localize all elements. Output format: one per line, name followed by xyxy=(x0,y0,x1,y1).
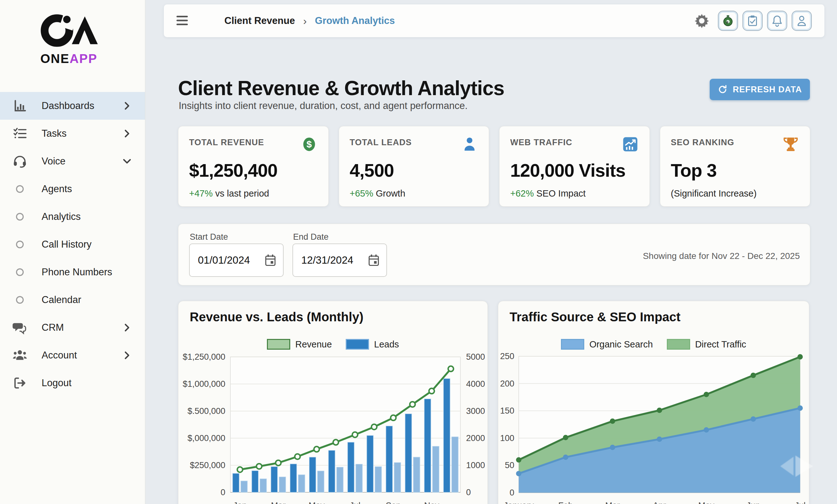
refresh-data-button[interactable]: REFRESH DATA xyxy=(710,79,810,100)
bar-leads-dec xyxy=(443,379,450,492)
sidebar-item-label: Call History xyxy=(41,239,91,250)
traffic-seo-chart-card: Traffic Source & SEO Impact Organic Sear… xyxy=(498,301,809,504)
svg-text:2000: 2000 xyxy=(466,433,485,443)
start-date-input[interactable] xyxy=(197,244,262,276)
sidebar-item-label: Dashboards xyxy=(41,100,94,111)
logout-icon xyxy=(13,376,41,390)
sidebar-item-dashboards[interactable]: Dashboards xyxy=(0,92,145,120)
svg-text:0: 0 xyxy=(466,488,471,497)
user-icon xyxy=(796,15,808,27)
page-title: Client Revenue & Growth Analytics xyxy=(178,76,504,100)
legend-swatch xyxy=(267,339,290,350)
chart-title: Revenue vs. Leads (Monthly) xyxy=(190,310,363,324)
svg-text:Apr: Apr xyxy=(653,501,666,504)
chevron-right-icon xyxy=(122,323,132,332)
sidebar-nav: DashboardsTasksVoiceAgentsAnalyticsCall … xyxy=(0,92,145,397)
end-date-input[interactable] xyxy=(301,244,365,276)
svg-text:Jan: Jan xyxy=(233,501,247,504)
sidebar-item-voice[interactable]: Voice xyxy=(0,147,145,175)
svg-text:Jun: Jun xyxy=(746,501,760,504)
bell-button[interactable] xyxy=(767,11,787,31)
bar-leads-may xyxy=(309,457,316,492)
sidebar: ONEAPP DashboardsTasksVoiceAgentsAnalyti… xyxy=(0,0,145,504)
trophy-icon xyxy=(782,136,799,153)
topbar: Client Revenue › Growth Analytics xyxy=(164,4,824,37)
sidebar-item-account[interactable]: Account xyxy=(0,341,145,369)
legend-swatch xyxy=(667,339,690,350)
svg-text:$250,000: $250,000 xyxy=(190,461,225,470)
revenue-point-aug xyxy=(372,424,377,430)
sidebar-item-analytics[interactable]: Analytics xyxy=(0,203,145,231)
svg-text:Feb: Feb xyxy=(558,501,573,504)
start-date-label: Start Date xyxy=(190,232,228,242)
hamburger-menu-icon[interactable] xyxy=(177,15,189,26)
revenue-point-may xyxy=(314,447,319,452)
date-filter-panel: Start Date End Date Showing date for Nov… xyxy=(178,224,810,285)
sidebar-item-crm[interactable]: CRM xyxy=(0,314,145,341)
stat-value: Top 3 xyxy=(671,160,800,181)
breadcrumb-growth-analytics[interactable]: Growth Analytics xyxy=(315,15,395,26)
users-icon xyxy=(13,348,41,363)
svg-text:May: May xyxy=(698,501,715,504)
svg-text:Jul: Jul xyxy=(350,501,360,504)
stat-subtext: (Significant Increase) xyxy=(671,188,800,199)
gear-icon[interactable] xyxy=(694,13,710,29)
svg-text:$1,250,000: $1,250,000 xyxy=(183,352,225,362)
client-revenue-dashboard: { "sidebar": { "logo": {"brand_one": "ON… xyxy=(0,0,837,504)
svg-text:1000: 1000 xyxy=(466,461,485,470)
bar-leads-feb xyxy=(252,471,259,492)
bar-leads-jan xyxy=(233,473,239,492)
bar-leads-secondary--oct xyxy=(413,457,420,492)
sidebar-item-label: Logout xyxy=(41,377,72,389)
svg-text:5000: 5000 xyxy=(466,352,485,362)
clipboard-check-button[interactable] xyxy=(743,11,763,31)
stat-subtext: +62% SEO Impact xyxy=(510,188,639,199)
bar-leads-secondary--aug xyxy=(375,467,381,492)
svg-text:0: 0 xyxy=(510,488,514,498)
bar-leads-secondary--nov xyxy=(432,446,439,492)
svg-text:May: May xyxy=(308,501,325,504)
sidebar-item-calendar[interactable]: Calendar xyxy=(0,286,145,314)
point-organic-search-feb xyxy=(563,455,568,460)
svg-text:150: 150 xyxy=(500,406,514,415)
svg-text:$,000,000: $,000,000 xyxy=(188,433,225,443)
bar-leads-secondary--feb xyxy=(260,479,267,492)
revenue-point-sep xyxy=(391,415,396,420)
bar-leads-secondary--dec xyxy=(451,437,458,492)
timer-button[interactable] xyxy=(718,11,738,31)
bar-leads-secondary--jul xyxy=(356,464,362,492)
breadcrumb-chevron-icon: › xyxy=(303,15,307,27)
bar-leads-secondary--jan xyxy=(241,481,247,492)
sidebar-item-phone-numbers[interactable]: Phone Numbers xyxy=(0,258,145,286)
person-icon xyxy=(461,136,478,153)
svg-text:0: 0 xyxy=(220,488,225,497)
stat-label: SEO RANKING xyxy=(671,136,734,147)
stat-subtext: +65% Growth xyxy=(350,188,478,199)
stat-label: TOTAL REVENUE xyxy=(189,136,264,147)
chevron-right-icon xyxy=(122,350,132,360)
radio-circle-icon xyxy=(13,293,41,307)
sidebar-item-tasks[interactable]: Tasks xyxy=(0,120,145,147)
stat-card-seo-ranking: SEO RANKINGTop 3(Significant Increase) xyxy=(660,126,811,206)
page-subtitle: Insights into client revenue, duration, … xyxy=(179,100,468,111)
carousel-arrow[interactable] xyxy=(776,454,817,479)
bar-leads-mar xyxy=(271,467,278,492)
user-button[interactable] xyxy=(791,11,812,31)
traffic-seo-chart: 250200150100500JanuaryFebMarAprMayJunJul xyxy=(498,352,809,504)
svg-text:250: 250 xyxy=(500,352,514,361)
bar-leads-jun xyxy=(328,450,335,492)
sidebar-item-call-history[interactable]: Call History xyxy=(0,231,145,258)
svg-text:Sep: Sep xyxy=(386,501,401,504)
breadcrumb-client-revenue[interactable]: Client Revenue xyxy=(225,15,295,26)
app-logo[interactable]: ONEAPP xyxy=(37,13,110,66)
sidebar-item-logout[interactable]: Logout xyxy=(0,369,145,397)
headset-icon xyxy=(13,154,41,168)
logo-mark xyxy=(37,13,102,50)
bar-leads-secondary--sep xyxy=(394,463,401,492)
sidebar-item-label: Agents xyxy=(41,183,72,195)
sidebar-item-agents[interactable]: Agents xyxy=(0,175,145,203)
point-organic-search-may xyxy=(704,428,709,432)
legend-item-revenue: Revenue xyxy=(267,339,332,350)
point-organic-search-apr xyxy=(657,437,662,442)
svg-text:200: 200 xyxy=(500,379,514,389)
